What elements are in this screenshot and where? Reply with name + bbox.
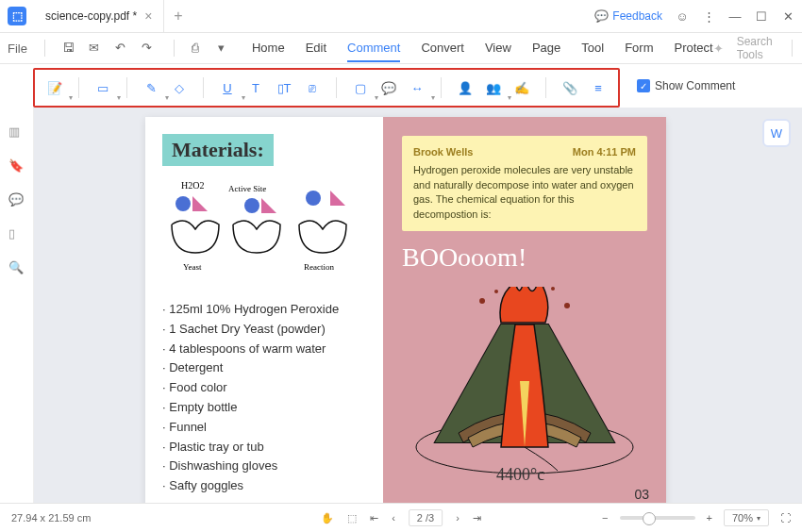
volcano-illustration <box>411 287 638 475</box>
tab-convert[interactable]: Convert <box>421 35 464 62</box>
tab-home[interactable]: Home <box>252 35 285 62</box>
tab-protect[interactable]: Protect <box>674 35 712 62</box>
underline-tool[interactable]: U <box>215 75 240 100</box>
thumbnails-icon[interactable]: ▥ <box>8 125 25 141</box>
more-icon[interactable]: ⋮ <box>702 9 715 23</box>
redo-icon[interactable]: ↷ <box>142 41 157 56</box>
statusbar: 27.94 x 21.59 cm ✋ ⬚ ⇤ ‹ 2 /3 › ⇥ − + 70… <box>0 503 802 532</box>
comment-toolbar: 📝 ▭ ✎ ◇ U T ▯T ⎚ ▢ 💬 ↔ 👤 👥 ✍ 📎 ≡ <box>33 68 620 108</box>
comments-panel-tool[interactable]: ≡ <box>586 75 610 100</box>
page-right: Brook Wells Mon 4:11 PM Hydrogen peroxid… <box>383 117 666 513</box>
search-icon[interactable]: 🔍 <box>8 260 25 277</box>
eraser-tool[interactable]: ◇ <box>167 75 192 100</box>
zoom-out-icon[interactable]: − <box>602 512 608 524</box>
page-dimensions: 27.94 x 21.59 cm <box>11 512 91 524</box>
label-h2o2: H2O2 <box>181 180 204 191</box>
prev-page-icon[interactable]: ‹ <box>392 512 395 524</box>
new-tab-button[interactable]: + <box>164 8 192 25</box>
draw-sign-tool[interactable]: ✍ <box>510 75 534 100</box>
tab-edit[interactable]: Edit <box>306 35 326 62</box>
list-item: Empty bottle <box>162 398 366 418</box>
first-page-icon[interactable]: ⇤ <box>370 512 378 524</box>
chevron-down-icon[interactable]: ▾ <box>218 41 233 56</box>
page-left: Materials: H2O2 Active Site Yeast Reacti… <box>145 117 383 513</box>
list-item: 125ml 10% Hydrogen Peroxide <box>162 300 366 320</box>
note-tool[interactable]: 📝 <box>42 75 67 100</box>
select-tool-icon[interactable]: ⬚ <box>347 512 357 524</box>
checkbox-icon: ✓ <box>637 79 650 92</box>
hand-tool-icon[interactable]: ✋ <box>321 512 334 524</box>
svg-point-10 <box>551 287 555 291</box>
close-tab-icon[interactable]: × <box>144 8 152 24</box>
tab-view[interactable]: View <box>485 35 511 62</box>
zoom-level[interactable]: 70%▾ <box>724 509 769 526</box>
ai-icon[interactable]: ✦ <box>713 42 724 56</box>
comment-bubble-tool[interactable]: 💬 <box>376 75 401 100</box>
save-icon[interactable]: 🖫 <box>62 41 77 56</box>
textbox-tool[interactable]: ▯T <box>272 75 296 100</box>
tab-comment[interactable]: Comment <box>347 35 400 62</box>
page-indicator[interactable]: 2 /3 <box>409 509 443 526</box>
list-item: Funnel <box>162 418 366 438</box>
minimize-icon[interactable]: — <box>728 9 742 23</box>
zoom-in-icon[interactable]: + <box>707 512 712 524</box>
svg-point-3 <box>306 191 321 206</box>
file-menu[interactable]: File <box>8 42 27 56</box>
titlebar: ⬚ science-copy.pdf * × + 💬 Feedback ☺ ⋮ … <box>0 0 802 33</box>
document-tab[interactable]: science-copy.pdf * × <box>34 0 164 32</box>
text-tool[interactable]: T <box>243 75 268 100</box>
show-comment-toggle[interactable]: ✓ Show Comment <box>637 79 735 92</box>
svg-point-8 <box>564 303 570 308</box>
measure-tool[interactable]: ↔ <box>405 75 429 100</box>
sticky-note[interactable]: Brook Wells Mon 4:11 PM Hydrogen peroxid… <box>402 136 647 231</box>
svg-point-0 <box>175 196 191 211</box>
materials-heading: Materials: <box>162 134 274 166</box>
left-sidebar: ▥ 🔖 💬 ▯ 🔍 <box>0 108 34 523</box>
sticky-author: Brook Wells <box>413 145 473 159</box>
callout-tool[interactable]: ⎚ <box>300 75 325 100</box>
mail-icon[interactable]: ✉ <box>89 41 104 56</box>
highlight-tool[interactable]: ▭ <box>91 75 115 100</box>
signature-tool[interactable]: 👥 <box>481 75 506 100</box>
list-item: Food color <box>162 378 366 398</box>
attachments-icon[interactable]: ▯ <box>8 226 25 243</box>
fit-page-icon[interactable]: ⛶ <box>780 512 791 524</box>
next-page-icon[interactable]: › <box>456 512 459 524</box>
stamp-tool[interactable]: 👤 <box>453 75 477 100</box>
svg-text:Reaction: Reaction <box>304 262 334 272</box>
svg-text:Active Site: Active Site <box>228 184 266 193</box>
svg-point-7 <box>479 298 485 304</box>
materials-list: 125ml 10% Hydrogen Peroxide 1 Sachet Dry… <box>162 300 366 496</box>
tab-form[interactable]: Form <box>625 35 653 62</box>
last-page-icon[interactable]: ⇥ <box>473 512 481 524</box>
page-number: 03 <box>634 487 649 502</box>
attachment-tool[interactable]: 📎 <box>558 75 582 100</box>
shape-tool[interactable]: ▢ <box>348 75 373 100</box>
tab-page[interactable]: Page <box>532 35 560 62</box>
close-window-icon[interactable]: ✕ <box>781 9 794 23</box>
list-item: Safty goggles <box>162 476 366 496</box>
temperature-label: 4400°c <box>496 465 544 485</box>
list-item: 4 tablespoons of warm water <box>162 340 366 359</box>
document-viewport[interactable]: W Materials: H2O2 Active Site Yeast <box>34 108 802 523</box>
search-tools-input[interactable]: Search Tools <box>737 35 773 61</box>
word-export-button[interactable]: W <box>762 119 791 147</box>
tab-tool[interactable]: Tool <box>581 35 604 62</box>
zoom-slider[interactable] <box>620 516 695 520</box>
svg-point-9 <box>494 290 498 293</box>
undo-icon[interactable]: ↶ <box>115 41 130 56</box>
boom-text: BOOooom! <box>402 242 647 273</box>
app-logo: ⬚ <box>8 7 26 25</box>
maximize-icon[interactable]: ☐ <box>755 9 768 23</box>
sticky-body: Hydrogen peroxide molecules are very uns… <box>413 163 636 222</box>
list-item: Dishwashing gloves <box>162 457 366 476</box>
user-icon[interactable]: ☺ <box>676 9 689 23</box>
workspace: ▥ 🔖 💬 ▯ 🔍 W Materials: H2O2 Active Site <box>0 108 802 523</box>
pencil-tool[interactable]: ✎ <box>139 75 163 100</box>
feedback-button[interactable]: 💬 Feedback <box>594 9 662 23</box>
comments-icon[interactable]: 💬 <box>8 192 25 209</box>
svg-point-2 <box>244 198 259 213</box>
feedback-icon: 💬 <box>594 9 609 23</box>
print-icon[interactable]: ⎙ <box>192 41 207 56</box>
bookmarks-icon[interactable]: 🔖 <box>8 158 25 175</box>
